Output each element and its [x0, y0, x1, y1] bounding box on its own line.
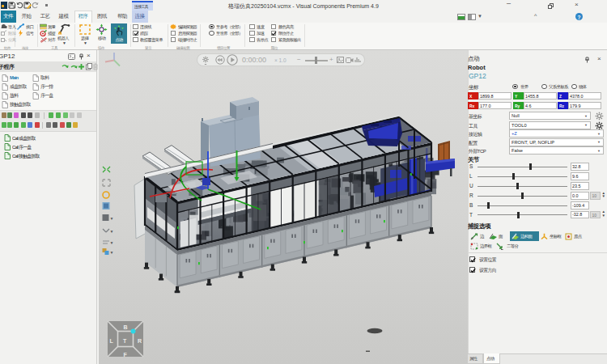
svg-text:▼: ▼ — [110, 229, 114, 234]
svg-text:T: T — [123, 338, 127, 344]
svg-text:▼: ▼ — [110, 216, 114, 221]
svg-text:L: L — [110, 338, 114, 344]
svg-text:F: F — [124, 352, 128, 358]
svg-text:▼: ▼ — [110, 250, 114, 255]
svg-text:B: B — [124, 324, 128, 330]
svg-text:▼: ▼ — [110, 240, 114, 245]
svg-text:R: R — [138, 338, 142, 344]
